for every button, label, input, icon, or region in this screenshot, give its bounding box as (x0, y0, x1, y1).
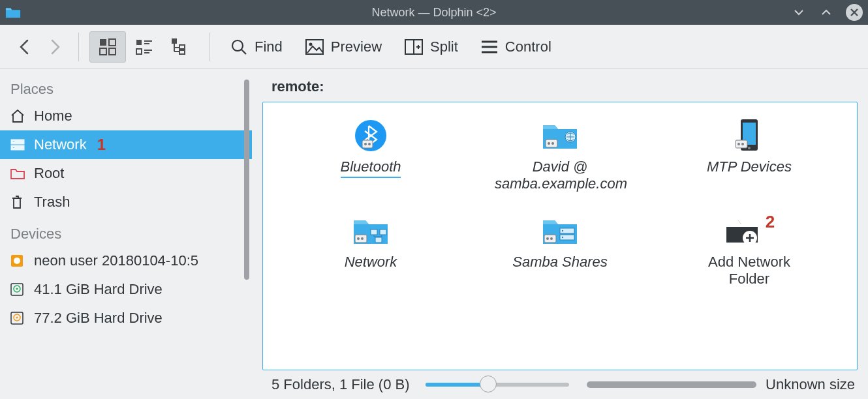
find-button[interactable]: Find (221, 31, 292, 63)
control-label: Control (505, 38, 551, 55)
tile-label: Bluetooth (341, 158, 401, 175)
svg-point-30 (13, 147, 14, 148)
preview-button[interactable]: Preview (296, 31, 391, 63)
sidebar-item-trash[interactable]: Trash (0, 188, 252, 216)
tile-network[interactable]: Network (283, 212, 459, 288)
split-icon (404, 38, 424, 55)
optical-drive-icon (10, 254, 27, 267)
sidebar-item-network[interactable]: Network 1 (0, 130, 252, 159)
annotation-1: 1 (97, 136, 106, 154)
breadcrumb[interactable]: remote: (262, 76, 858, 102)
sidebar-item-device-drive-2[interactable]: 77.2 GiB Hard Drive (0, 304, 252, 332)
svg-point-45 (548, 142, 550, 145)
svg-rect-4 (136, 40, 142, 45)
control-button[interactable]: Control (471, 31, 561, 63)
icons-view-button[interactable] (89, 31, 126, 63)
svg-rect-1 (109, 39, 116, 46)
title-bar: Network — Dolphin <2> (0, 0, 868, 25)
find-label: Find (255, 38, 283, 55)
tile-label: Add Network Folder (697, 254, 801, 288)
close-icon[interactable] (846, 4, 863, 21)
svg-rect-54 (380, 229, 386, 235)
separator (209, 33, 210, 61)
svg-point-61 (562, 230, 563, 231)
svg-point-52 (741, 143, 744, 145)
sidebar-item-label: neon user 20180104-10:5 (34, 252, 198, 269)
svg-point-19 (309, 42, 312, 46)
menu-icon (480, 39, 499, 55)
add-folder-icon (724, 212, 760, 250)
status-bar: 5 Folders, 1 File (0 B) Unknown size (262, 370, 858, 399)
forward-button[interactable] (42, 33, 68, 61)
svg-rect-40 (362, 140, 373, 148)
sidebar-item-home[interactable]: Home (0, 102, 252, 130)
zoom-slider[interactable] (426, 378, 569, 391)
status-summary: 5 Folders, 1 File (0 B) (271, 376, 410, 393)
tile-mtp-devices[interactable]: MTP Devices (661, 117, 837, 192)
back-button[interactable] (12, 33, 38, 61)
hard-drive-icon (10, 312, 27, 325)
tile-add-network-folder[interactable]: 2 Add Network Folder (661, 212, 837, 288)
svg-point-38 (16, 317, 18, 319)
compact-view-button[interactable] (126, 31, 163, 63)
svg-point-57 (357, 237, 360, 240)
sidebar-item-root[interactable]: Root (0, 159, 252, 188)
svg-point-32 (14, 258, 20, 264)
svg-rect-53 (371, 229, 377, 235)
home-icon (10, 110, 27, 123)
main-area: remote: Bluetooth David @ samba.example.… (252, 69, 868, 399)
tile-label: Samba Shares (512, 254, 608, 271)
svg-point-62 (562, 237, 563, 238)
search-icon (230, 38, 248, 56)
tile-label: MTP Devices (707, 158, 792, 175)
sidebar-item-label: Network (34, 136, 87, 153)
capacity-text: Unknown size (766, 376, 855, 393)
split-button[interactable]: Split (395, 31, 467, 63)
svg-point-41 (364, 143, 367, 145)
places-header: Places (0, 78, 252, 102)
sidebar-scrollbar[interactable] (244, 80, 249, 392)
trash-icon (10, 195, 27, 209)
svg-point-58 (361, 237, 364, 240)
annotation-2: 2 (766, 212, 775, 232)
preview-icon (305, 38, 324, 55)
toolbar: Find Preview Split Control (0, 25, 868, 69)
sidebar-item-label: Root (34, 165, 64, 182)
root-folder-icon (10, 168, 27, 179)
tile-label: Network (345, 254, 397, 271)
svg-point-46 (551, 142, 554, 145)
minimize-icon[interactable] (791, 5, 807, 20)
separator (78, 33, 79, 61)
bluetooth-icon (353, 117, 388, 155)
svg-rect-55 (375, 237, 382, 243)
sidebar-item-device-drive-1[interactable]: 41.1 GiB Hard Drive (0, 275, 252, 304)
tile-bluetooth[interactable]: Bluetooth (283, 117, 459, 192)
window-controls (791, 4, 863, 21)
svg-point-64 (546, 237, 549, 240)
details-view-button[interactable] (163, 31, 199, 63)
view-mode-toggle (89, 31, 199, 63)
split-label: Split (430, 38, 458, 55)
svg-point-65 (550, 237, 553, 240)
hard-drive-icon (10, 283, 27, 296)
capacity-bar (587, 381, 756, 388)
sidebar-item-label: 77.2 GiB Hard Drive (34, 310, 163, 327)
network-drive-icon (10, 139, 27, 151)
sidebar-item-label: 41.1 GiB Hard Drive (34, 281, 163, 298)
svg-point-35 (16, 288, 18, 290)
tile-samba-david[interactable]: David @ samba.example.com (472, 117, 648, 192)
maximize-icon[interactable] (818, 5, 834, 20)
network-folder-icon (540, 117, 580, 155)
svg-point-29 (13, 141, 14, 142)
tile-samba-shares[interactable]: Samba Shares (472, 212, 648, 288)
app-folder-icon (5, 6, 21, 19)
svg-rect-2 (100, 48, 106, 55)
sidebar-item-device-neon[interactable]: neon user 20180104-10:5 (0, 246, 252, 275)
window-title: Network — Dolphin <2> (371, 6, 496, 20)
svg-point-16 (232, 40, 243, 51)
file-view[interactable]: Bluetooth David @ samba.example.com MTP … (262, 102, 858, 370)
svg-rect-3 (109, 48, 116, 55)
network-folder-icon (351, 212, 390, 250)
sidebar-item-label: Home (34, 108, 72, 125)
samba-folder-icon (540, 212, 580, 250)
